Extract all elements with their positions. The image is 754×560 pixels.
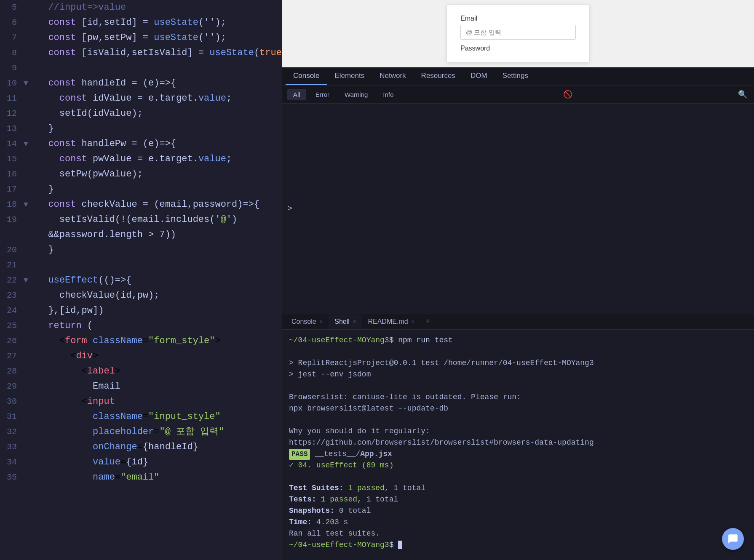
password-label: Password — [460, 45, 576, 52]
table-row: 17 } — [0, 182, 282, 197]
table-row: 29 Email — [0, 379, 282, 394]
table-row: 34 value={id} — [0, 455, 282, 470]
tab-resources[interactable]: Resources — [414, 67, 463, 85]
terminal-line-2: > ReplitReactjsProject@0.0.1 test /home/… — [289, 357, 747, 369]
terminal-line-3: > jest --env jsdom — [289, 369, 747, 380]
chat-icon — [727, 533, 738, 544]
preview-area: Email Password — [282, 0, 754, 67]
tab-console[interactable]: Console — [286, 67, 327, 85]
table-row: 10 ▼ const handleId = (e)=>{ — [0, 76, 282, 91]
code-lines: 5 //input=>value 6 const [id,setId] = us… — [0, 0, 282, 485]
table-row: 35 name="email" — [0, 470, 282, 485]
console-output: > — [282, 104, 754, 314]
table-row: 14 ▼ const handlePw = (e)=>{ — [0, 136, 282, 152]
table-row: 6 const [id,setId] = useState(''); — [0, 15, 282, 30]
search-icon[interactable]: 🔍 — [736, 88, 749, 101]
terminal-line-testname: ✓ 04. useEffect (89 ms) — [289, 460, 747, 471]
terminal-line-blank3 — [289, 414, 747, 426]
terminal-line-prompt1: ~/04-useEffect-MOYang3$ npm run test — [289, 335, 747, 346]
table-row: 13 } — [0, 121, 282, 136]
table-row: 26 <form className="form_style"> — [0, 333, 282, 349]
filter-warning-button[interactable]: Warning — [339, 89, 374, 100]
tab-network[interactable]: Network — [372, 67, 413, 85]
tab-settings[interactable]: Settings — [495, 67, 536, 85]
right-panel: Email Password Console Elements Network … — [282, 0, 754, 560]
terminal-container: Console × Shell × README.md × + ~/04-use… — [282, 314, 754, 560]
table-row: 11 const idValue = e.target.value; — [0, 91, 282, 106]
terminal-line-blank2 — [289, 380, 747, 392]
table-row: 7 const [pw,setPw] = useState(''); — [0, 30, 282, 45]
table-row: 28 <label> — [0, 364, 282, 379]
table-row: 12 setId(idValue); — [0, 106, 282, 121]
filter-all-button[interactable]: All — [287, 89, 306, 100]
table-row: &&password.length > 7)) — [0, 227, 282, 243]
code-editor: 5 //input=>value 6 const [id,setId] = us… — [0, 0, 282, 560]
terminal-tabs: Console × Shell × README.md × + — [282, 314, 754, 330]
table-row: 24 },[id,pw]) — [0, 303, 282, 318]
table-row: 30 <input — [0, 394, 282, 409]
tab-dom[interactable]: DOM — [463, 67, 495, 85]
table-row: 31 className="input_style" — [0, 409, 282, 424]
terminal-line-suites: Test Suites: 1 passed, 1 total — [289, 483, 747, 494]
terminal-line-snapshots: Snapshots: 0 total — [289, 505, 747, 517]
table-row: 16 setPw(pwValue); — [0, 167, 282, 182]
terminal-line-tests: Tests: 1 passed, 1 total — [289, 494, 747, 505]
terminal-tab-shell[interactable]: Shell × — [329, 315, 362, 329]
table-row: 33 onChange={handleId} — [0, 440, 282, 455]
devtools-toolbar: All Error Warning Info 🚫 🔍 — [282, 85, 754, 104]
terminal-line-pass: PASS __tests__/App.jsx — [289, 448, 747, 460]
terminal-line-time: Time: 4.203 s — [289, 517, 747, 528]
preview-form: Email Password — [447, 4, 590, 63]
terminal-body[interactable]: ~/04-useEffect-MOYang3$ npm run test > R… — [282, 330, 754, 560]
terminal-line-prompt2: ~/04-useEffect-MOYang3$ — [289, 539, 747, 551]
terminal-line-9: https://github.com/browserslist/browsers… — [289, 437, 747, 448]
table-row: 8 const [isValid,setIsValid] = useState(… — [0, 45, 282, 61]
table-row: 9 — [0, 61, 282, 76]
terminal-tab-console[interactable]: Console × — [286, 315, 329, 329]
tab-elements[interactable]: Elements — [327, 67, 372, 85]
table-row: 18 ▼ const checkValue = (email,password)… — [0, 197, 282, 212]
table-row: 20 } — [0, 243, 282, 258]
terminal-tab-console-close[interactable]: × — [320, 318, 323, 325]
table-row: 19 setIsValid(!(email.includes('@') — [0, 212, 282, 227]
terminal-line-8: Why you should do it regularly: — [289, 426, 747, 437]
table-row: 25 return ( — [0, 318, 282, 333]
table-row: 15 const pwValue = e.target.value; — [0, 152, 282, 167]
terminal-tab-readme-label: README.md — [368, 318, 408, 325]
chat-button[interactable] — [722, 528, 744, 550]
email-input[interactable] — [460, 25, 576, 40]
terminal-tab-readme-close[interactable]: × — [412, 318, 415, 325]
table-row: 32 placeholder="@ 포함 입력" — [0, 424, 282, 440]
table-row: 22 ▼ useEffect(()=>{ — [0, 273, 282, 288]
terminal-tab-shell-close[interactable]: × — [353, 318, 356, 325]
terminal-line-blank4 — [289, 471, 747, 483]
terminal-line-6: npx browserslist@latest --update-db — [289, 403, 747, 414]
terminal-tab-shell-label: Shell — [334, 318, 350, 325]
terminal-tab-console-label: Console — [291, 318, 316, 325]
add-tab-button[interactable]: + — [420, 314, 435, 329]
filter-info-button[interactable]: Info — [377, 89, 399, 100]
console-prompt: > — [287, 204, 292, 213]
table-row: 27 <div> — [0, 349, 282, 364]
table-row: 23 checkValue(id,pw); — [0, 288, 282, 303]
terminal-line-5: Browserslist: caniuse-lite is outdated. … — [289, 392, 747, 403]
table-row: 5 //input=>value — [0, 0, 282, 15]
filter-error-button[interactable]: Error — [310, 89, 335, 100]
devtools-tabs: Console Elements Network Resources DOM S… — [282, 67, 754, 85]
block-icon[interactable]: 🚫 — [561, 88, 574, 101]
terminal-line-ran: Ran all test suites. — [289, 528, 747, 539]
email-label: Email — [460, 15, 576, 22]
devtools-panel: Console Elements Network Resources DOM S… — [282, 67, 754, 314]
terminal-tab-readme[interactable]: README.md × — [362, 315, 420, 329]
table-row: 21 — [0, 258, 282, 273]
terminal-line-blank1 — [289, 346, 747, 357]
